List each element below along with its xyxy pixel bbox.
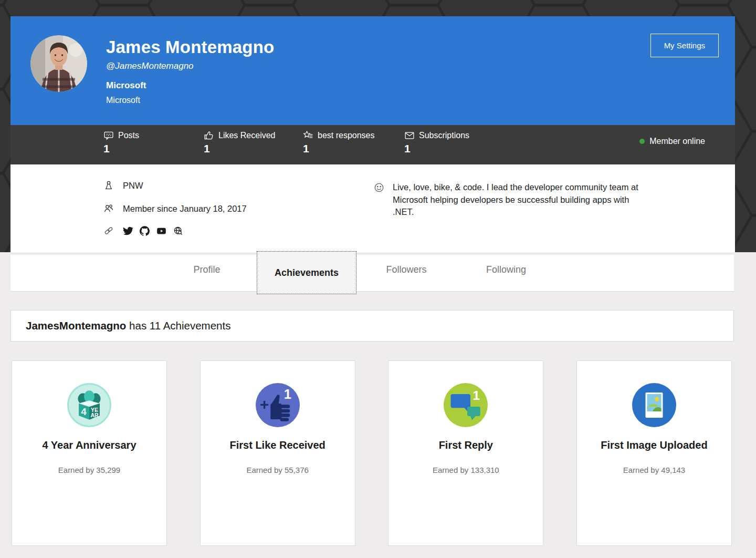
social-links-row	[103, 225, 183, 236]
achievement-earned-count: Earned by 55,376	[201, 466, 355, 474]
stat-label: Posts	[118, 131, 139, 140]
link-icon	[103, 225, 114, 236]
profile-page: James Montemagno @JamesMontemagno Micros…	[0, 0, 756, 558]
achievement-card-first-reply: 1 First Reply Earned by 133,310	[388, 360, 543, 546]
achievement-card-first-like: + 1 First Like Received Earned by 55,376	[200, 360, 355, 546]
stat-value: 1	[404, 142, 469, 155]
tab-following[interactable]: Following	[456, 251, 556, 288]
stat-value: 1	[204, 142, 303, 155]
youtube-icon	[156, 226, 166, 236]
web-icon	[173, 226, 183, 236]
website-link[interactable]	[173, 226, 183, 236]
profile-handle: @JamesMontemagno	[106, 61, 274, 71]
avatar	[30, 35, 87, 92]
members-icon	[103, 203, 114, 214]
tab-followers[interactable]: Followers	[356, 251, 456, 288]
photo-badge-icon	[632, 383, 676, 427]
bio-row: Live, love, bike, & code. I lead the dev…	[374, 181, 647, 219]
stat-label: Subscriptions	[419, 131, 469, 140]
stat-label: best responses	[318, 131, 375, 140]
stat-value: 1	[303, 142, 404, 155]
profile-header: James Montemagno @JamesMontemagno Micros…	[10, 16, 735, 125]
member-since-row: Member since January 18, 2017	[103, 203, 247, 214]
stat-posts: Posts 1	[103, 130, 204, 164]
tab-achievements[interactable]: Achievements	[257, 251, 356, 294]
member-online-status: Member online	[639, 137, 705, 146]
member-since-label: Member since January 18, 2017	[123, 204, 247, 214]
twitter-link[interactable]	[123, 226, 133, 236]
achievement-card-anniversary: 4 YE AR 4 Year Anniversary Earned by 35,…	[12, 360, 167, 546]
location-label: PNW	[123, 181, 143, 191]
bio-text: Live, love, bike, & code. I lead the dev…	[393, 181, 644, 219]
location-pin-icon	[103, 180, 114, 191]
twitter-icon	[123, 226, 133, 236]
company-name: Microsoft	[106, 80, 274, 91]
github-link[interactable]	[140, 226, 150, 236]
achievement-card-first-image: First Image Uploaded Earned by 49,143	[576, 360, 732, 546]
badge-count: 1	[473, 388, 480, 402]
stat-likes-received: Likes Received 1	[204, 130, 303, 164]
achievement-title: 4 Year Anniversary	[12, 439, 166, 451]
tabs-bar: Profile Achievements Followers Following	[10, 254, 734, 292]
achievements-summary-text: has 11 Achievements	[126, 319, 230, 332]
stat-label: Likes Received	[218, 131, 276, 140]
tab-profile[interactable]: Profile	[157, 251, 257, 288]
achievement-title: First Reply	[388, 439, 543, 451]
github-icon	[140, 226, 150, 236]
achievement-earned-count: Earned by 133,310	[388, 466, 543, 474]
company-secondary: Microsoft	[106, 96, 274, 105]
achievements-username: JamesMontemagno	[26, 319, 126, 332]
youtube-link[interactable]	[156, 226, 166, 236]
profile-details-panel: PNW Member since January 18, 2017	[10, 164, 735, 252]
stats-bar: Posts 1 Likes Received 1	[10, 125, 735, 164]
my-settings-button[interactable]: My Settings	[650, 34, 719, 57]
badge-count: 1	[284, 387, 291, 401]
stat-best-responses: best responses 1	[303, 130, 404, 164]
achievement-earned-count: Earned by 35,299	[12, 466, 166, 474]
speech-bubbles-badge-icon: 1	[444, 383, 488, 427]
stat-subscriptions: Subscriptions 1	[404, 130, 469, 164]
smiley-icon	[374, 182, 384, 193]
achievement-title: First Like Received	[201, 439, 355, 451]
badge-year-text-2: AR	[90, 412, 99, 418]
online-label: Member online	[649, 137, 705, 146]
posts-icon	[103, 130, 114, 141]
anniversary-gift-badge-icon: 4 YE AR	[67, 383, 111, 427]
online-dot-icon	[639, 139, 645, 144]
subscriptions-icon	[404, 130, 415, 141]
stat-value: 1	[103, 142, 204, 155]
achievement-cards: 4 YE AR 4 Year Anniversary Earned by 35,…	[12, 360, 732, 546]
achievement-earned-count: Earned by 49,143	[577, 466, 731, 474]
achievements-summary-bar: JamesMontemagno has 11 Achievements	[10, 310, 734, 342]
thumbs-up-badge-icon: + 1	[256, 383, 300, 427]
badge-year-number: 4	[81, 406, 87, 417]
achievement-title: First Image Uploaded	[577, 439, 731, 451]
likes-icon	[204, 130, 214, 141]
profile-name: James Montemagno	[106, 37, 274, 57]
location-row: PNW	[103, 180, 143, 191]
best-responses-icon	[303, 130, 313, 141]
badge-plus-sign: +	[259, 396, 269, 413]
